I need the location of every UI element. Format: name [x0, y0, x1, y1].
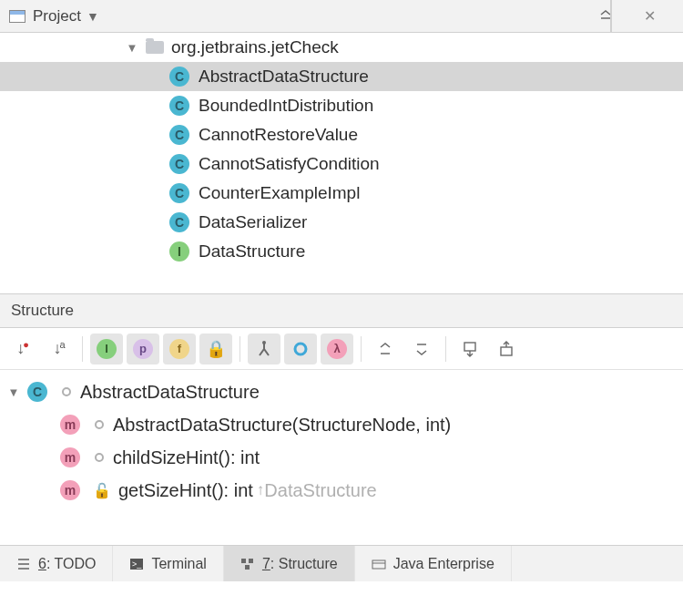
tree-node-label: CannotRestoreValue [199, 125, 358, 145]
class-icon: C [169, 96, 189, 116]
svg-rect-21 [245, 565, 250, 570]
interface-icon: I [169, 241, 189, 262]
bottom-tab-todo[interactable]: 6: TODO [0, 546, 113, 581]
override-up-icon: ↑ [257, 481, 265, 499]
tool-window-icon [9, 10, 25, 23]
folder-icon [146, 41, 164, 54]
project-view-title[interactable]: Project [33, 7, 81, 26]
bottom-tab-label: Java Enterprise [393, 556, 494, 572]
show-non-public-button[interactable]: 🔒 [199, 334, 232, 364]
show-properties-button[interactable]: p [127, 334, 159, 364]
tree-class-node[interactable]: CBoundedIntDistribution [0, 91, 683, 120]
tree-node-label: AbstractDataStructure [199, 67, 369, 87]
svg-point-10 [262, 341, 266, 344]
divider [240, 336, 240, 362]
class-icon: C [169, 212, 189, 232]
tree-class-node[interactable]: CDataSerializer [0, 208, 683, 237]
divider [445, 336, 446, 362]
structure-member-node[interactable]: mchildSizeHint(): int [0, 441, 683, 474]
tree-node-label: CannotSatisfyCondition [199, 154, 380, 174]
sort-alphabetically-button[interactable]: ↓a [42, 334, 75, 364]
tree-class-node[interactable]: CCannotSatisfyCondition [0, 149, 683, 179]
class-icon: C [169, 125, 189, 145]
project-tool-window-header: Project ▼ [0, 0, 683, 33]
show-fields-button[interactable]: f [163, 334, 196, 364]
svg-rect-12 [464, 343, 475, 351]
project-tree[interactable]: ▼ org.jetbrains.jetCheck CAbstractDataSt… [0, 33, 683, 293]
structure-icon [240, 558, 255, 570]
tree-class-node[interactable]: CCannotRestoreValue [0, 120, 683, 149]
bottom-tab-terminal[interactable]: >_Terminal [113, 546, 223, 581]
jee-icon [372, 558, 386, 570]
class-icon: C [169, 183, 189, 203]
autoscroll-from-source-button[interactable] [490, 334, 523, 364]
bottom-tool-window-bar: 6: TODO>_Terminal7: StructureJava Enterp… [0, 545, 683, 581]
editor-tab[interactable]: ✕ [611, 0, 683, 32]
tree-class-node[interactable]: CCounterExampleImpl [0, 179, 683, 208]
bottom-tab-label: 6: TODO [38, 556, 96, 572]
sort-by-visibility-button[interactable]: ↓● [5, 334, 38, 364]
list-icon [16, 558, 31, 570]
svg-text:>_: >_ [132, 560, 142, 569]
tree-class-node[interactable]: CAbstractDataStructure [0, 62, 683, 91]
structure-member-node[interactable]: mAbstractDataStructure(StructureNode, in… [0, 408, 683, 441]
visibility-public-icon: 🔓 [93, 482, 111, 499]
autoscroll-to-source-button[interactable] [454, 334, 486, 364]
structure-tree[interactable]: ▼ C AbstractDataStructure mAbstractDataS… [0, 370, 683, 545]
tree-node-label: BoundedIntDistribution [199, 96, 373, 116]
structure-node-label: AbstractDataStructure(StructureNode, int… [113, 415, 451, 436]
structure-member-node[interactable]: m🔓getSizeHint(): int ↑DataStructure [0, 474, 683, 507]
divider [82, 336, 83, 362]
method-icon: m [60, 480, 80, 500]
structure-node-label: childSizeHint(): int [113, 447, 260, 468]
tree-node-label: org.jetbrains.jetCheck [171, 37, 339, 57]
bottom-tab-structure[interactable]: 7: Structure [224, 546, 355, 581]
visibility-package-icon [95, 420, 104, 429]
show-lambdas-button[interactable]: λ [321, 334, 353, 364]
tree-class-node[interactable]: IDataStructure [0, 237, 683, 266]
class-icon: C [169, 154, 189, 174]
divider [361, 336, 362, 362]
bottom-tab-java-enterprise[interactable]: Java Enterprise [355, 546, 512, 581]
structure-title: Structure [11, 302, 74, 320]
collapse-all-button[interactable] [405, 334, 438, 364]
svg-rect-19 [241, 559, 246, 563]
expand-all-button[interactable] [369, 334, 402, 364]
chevron-down-icon[interactable]: ▼ [126, 41, 138, 55]
terminal-icon: >_ [129, 558, 144, 570]
class-icon: C [27, 382, 47, 402]
method-icon: m [60, 415, 80, 435]
bottom-tab-label: Terminal [151, 556, 206, 572]
lock-icon: 🔒 [206, 339, 226, 359]
structure-class-node[interactable]: ▼ C AbstractDataStructure [0, 375, 683, 408]
structure-tool-window-header: Structure [0, 293, 683, 328]
tree-node-label: DataSerializer [199, 212, 307, 232]
svg-point-11 [295, 344, 306, 354]
method-icon: m [60, 447, 80, 467]
structure-node-label: AbstractDataStructure [80, 382, 260, 403]
structure-node-label: getSizeHint(): int [118, 480, 253, 501]
inherited-from-label: DataStructure [264, 480, 376, 501]
svg-rect-20 [249, 559, 253, 563]
show-inherited-button[interactable] [248, 334, 280, 364]
visibility-package-icon [95, 453, 104, 462]
show-anonymous-button[interactable] [284, 334, 317, 364]
close-icon[interactable]: ✕ [644, 7, 656, 25]
class-icon: C [169, 67, 189, 87]
show-interfaces-button[interactable]: I [90, 334, 123, 364]
visibility-package-icon [62, 387, 71, 396]
svg-rect-22 [372, 560, 385, 569]
structure-toolbar: ↓● ↓a I p f 🔒 λ [0, 328, 683, 370]
chevron-down-icon[interactable]: ▼ [7, 385, 20, 399]
tree-package-node[interactable]: ▼ org.jetbrains.jetCheck [0, 33, 683, 62]
editor-tabstrip: ✕ [611, 0, 683, 33]
bottom-tab-label: 7: Structure [262, 556, 338, 572]
svg-rect-13 [501, 347, 512, 355]
chevron-down-icon[interactable]: ▼ [87, 9, 99, 24]
tree-node-label: CounterExampleImpl [199, 183, 360, 203]
tree-node-label: DataStructure [199, 241, 305, 262]
